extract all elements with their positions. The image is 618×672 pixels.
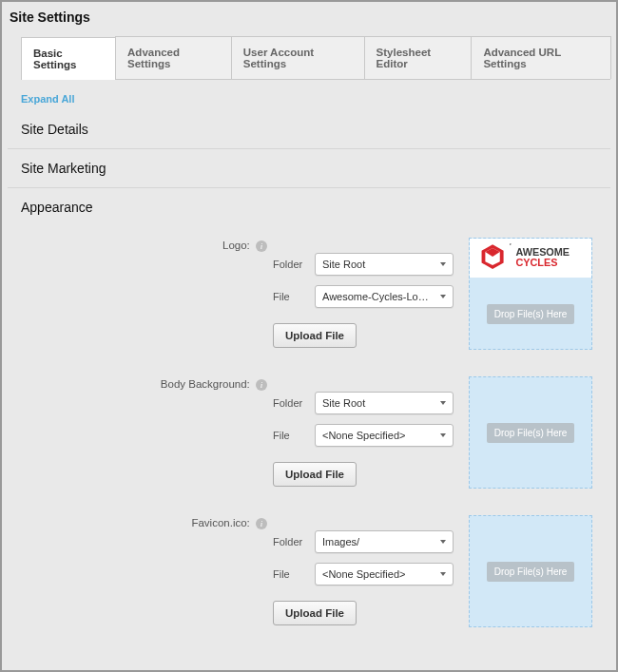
appearance-body: Logo: i Folder Site Root File Awesome-Cy… (8, 226, 610, 639)
page-title: Site Settings (8, 6, 610, 36)
settings-panel: Site Settings Basic Settings Advanced Se… (0, 0, 618, 672)
bodybg-controls: Folder Site Root File <None Specified> U… (273, 376, 454, 487)
logo-folder-select[interactable]: Site Root (315, 253, 454, 276)
label-favicon: Favicon.ico: i (21, 515, 273, 529)
section-site-marketing[interactable]: Site Marketing (8, 149, 610, 188)
svg-text:CYCLES: CYCLES (515, 257, 557, 268)
label-folder: Folder (273, 536, 315, 547)
dropzone-hint: Drop File(s) Here (470, 377, 591, 488)
info-icon[interactable]: i (256, 518, 267, 529)
logo-preview: / AWESOME CYCLES (470, 239, 591, 278)
bodybg-dropzone[interactable]: Drop File(s) Here (469, 376, 592, 489)
section-appearance[interactable]: Appearance (8, 188, 610, 226)
label-body-background-text: Body Background: (161, 378, 250, 390)
field-body-background: Body Background: i Folder Site Root File… (21, 376, 597, 489)
drop-files-label: Drop File(s) Here (487, 423, 575, 443)
tabs-bar: Basic Settings Advanced Settings User Ac… (21, 36, 610, 80)
favicon-upload-button[interactable]: Upload File (273, 601, 357, 625)
bodybg-folder-select[interactable]: Site Root (315, 392, 454, 414)
logo-file-select[interactable]: Awesome-Cycles-Logo.png (315, 285, 454, 308)
svg-text:AWESOME: AWESOME (515, 245, 570, 257)
label-logo-text: Logo: (222, 240, 250, 251)
tab-basic-settings[interactable]: Basic Settings (21, 37, 116, 80)
drop-files-label: Drop File(s) Here (487, 562, 575, 582)
drop-files-label: Drop File(s) Here (487, 304, 575, 324)
logo-controls: Folder Site Root File Awesome-Cycles-Log… (273, 238, 454, 348)
section-site-details[interactable]: Site Details (8, 110, 610, 149)
svg-text:/: / (510, 243, 512, 247)
label-file: File (273, 568, 315, 580)
favicon-controls: Folder Images/ File <None Specified> Upl… (273, 515, 454, 625)
logo-upload-button[interactable]: Upload File (273, 323, 357, 348)
bodybg-file-select[interactable]: <None Specified> (315, 424, 454, 447)
label-file: File (273, 430, 315, 441)
logo-dropzone[interactable]: / AWESOME CYCLES Drop File(s) Here (469, 238, 592, 350)
tab-advanced-settings[interactable]: Advanced Settings (115, 36, 232, 79)
expand-all-link[interactable]: Expand All (21, 93, 74, 105)
label-favicon-text: Favicon.ico: (191, 517, 249, 528)
tab-advanced-url-settings[interactable]: Advanced URL Settings (471, 36, 611, 79)
label-logo: Logo: i (21, 238, 273, 252)
favicon-file-select[interactable]: <None Specified> (315, 563, 454, 586)
dropzone-hint: Drop File(s) Here (470, 516, 591, 626)
favicon-dropzone[interactable]: Drop File(s) Here (469, 515, 592, 627)
tab-stylesheet-editor[interactable]: Stylesheet Editor (364, 36, 473, 79)
dropzone-hint: Drop File(s) Here (470, 278, 591, 349)
info-icon[interactable]: i (256, 240, 267, 252)
favicon-folder-select[interactable]: Images/ (315, 530, 454, 553)
label-body-background: Body Background: i (21, 376, 273, 391)
field-logo: Logo: i Folder Site Root File Awesome-Cy… (21, 238, 597, 350)
bodybg-upload-button[interactable]: Upload File (273, 462, 357, 487)
info-icon[interactable]: i (256, 379, 267, 391)
label-folder: Folder (273, 397, 315, 409)
tab-user-account-settings[interactable]: User Account Settings (231, 36, 365, 79)
label-file: File (273, 291, 315, 302)
field-favicon: Favicon.ico: i Folder Images/ File <None… (21, 515, 597, 627)
awesome-cycles-logo-icon: / AWESOME CYCLES (479, 243, 583, 274)
label-folder: Folder (273, 259, 315, 270)
